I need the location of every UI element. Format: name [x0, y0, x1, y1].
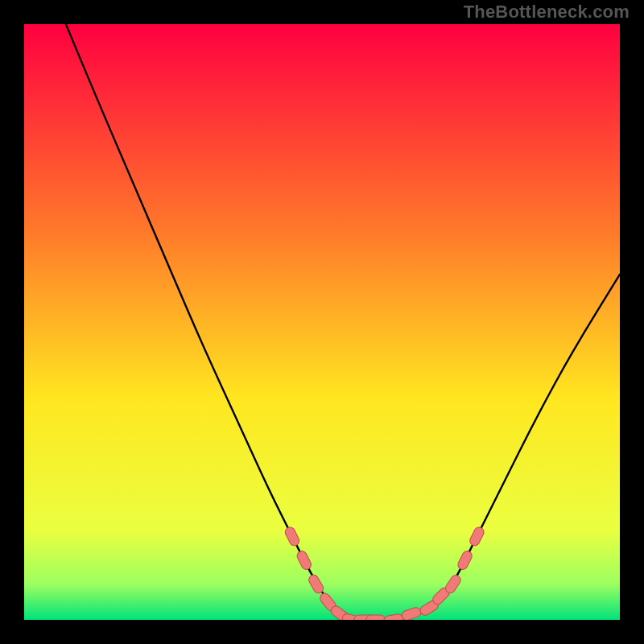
- attribution-label: TheBottleneck.com: [464, 2, 630, 23]
- gradient-background: [24, 24, 620, 620]
- chart-frame: TheBottleneck.com: [0, 0, 644, 644]
- data-marker: [366, 615, 386, 620]
- bottleneck-chart: [24, 24, 620, 620]
- svg-rect-7: [366, 615, 386, 620]
